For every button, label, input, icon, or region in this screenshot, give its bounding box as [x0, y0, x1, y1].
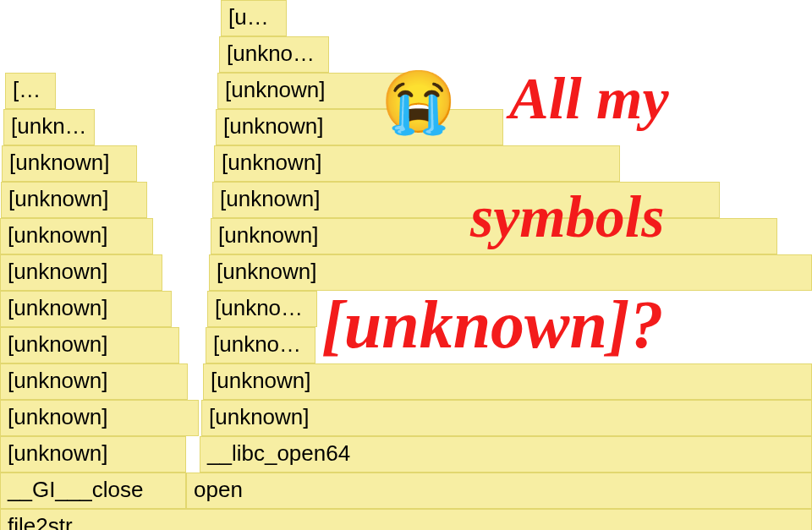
- flame-frame[interactable]: [un…: [221, 0, 287, 36]
- flame-frame[interactable]: [unknown]: [0, 327, 179, 363]
- flame-frame[interactable]: [unknown]: [203, 363, 812, 400]
- annotation-line-3: [unknown]?: [321, 287, 664, 362]
- flame-frame[interactable]: [unkn…: [3, 109, 95, 145]
- flame-frame[interactable]: [unknown]: [214, 145, 620, 182]
- flame-frame[interactable]: [unknown]: [0, 254, 162, 291]
- flame-frame[interactable]: [unknown]: [0, 400, 199, 436]
- flame-frame[interactable]: [unknown]: [207, 291, 317, 327]
- flame-frame[interactable]: [unknown]: [0, 291, 172, 327]
- flame-frame[interactable]: __GI___close: [0, 473, 186, 509]
- flame-frame[interactable]: [unknown]: [206, 327, 315, 363]
- flame-frame[interactable]: [unknown]: [1, 182, 147, 218]
- flame-frame[interactable]: open: [186, 473, 812, 509]
- flame-frame[interactable]: [unknown]: [2, 145, 137, 182]
- flame-frame[interactable]: [unknown]: [212, 182, 720, 218]
- screenshot-canvas: { "flamegraph": { "left_frames": [ { "la…: [0, 0, 812, 530]
- flame-frame[interactable]: [unknown]: [0, 363, 188, 400]
- flame-frame[interactable]: [un…: [5, 73, 56, 109]
- annotation-line-1: All my: [509, 66, 669, 131]
- flame-frame[interactable]: [unknown]: [209, 254, 812, 291]
- flame-frame[interactable]: [unknown]: [216, 109, 503, 145]
- flame-frame[interactable]: [unknown]: [201, 400, 812, 436]
- flame-frame[interactable]: [unkno…: [219, 36, 329, 73]
- flame-frame[interactable]: [unknown]: [217, 73, 429, 109]
- flame-frame[interactable]: [unknown]: [0, 436, 186, 473]
- flame-frame[interactable]: [unknown]: [211, 218, 777, 254]
- flame-frame[interactable]: __libc_open64: [200, 436, 812, 473]
- flame-frame[interactable]: file2str: [0, 509, 812, 530]
- flame-frame[interactable]: [unknown]: [0, 218, 153, 254]
